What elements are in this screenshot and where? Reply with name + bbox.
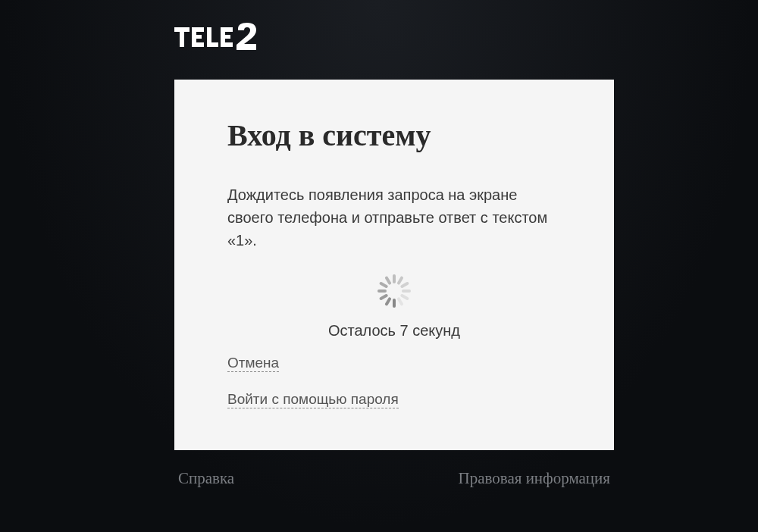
cancel-link[interactable]: Отмена: [227, 355, 279, 372]
svg-rect-0: [174, 27, 190, 32]
password-login-link[interactable]: Войти с помощью пароля: [227, 391, 399, 408]
svg-rect-10: [221, 35, 230, 39]
legal-link[interactable]: Правовая информация: [459, 469, 611, 488]
svg-rect-9: [221, 27, 233, 32]
svg-rect-5: [192, 42, 204, 47]
svg-rect-7: [207, 42, 218, 47]
loading-spinner-wrap: [227, 274, 561, 311]
help-link[interactable]: Справка: [178, 469, 234, 488]
instruction-text: Дождитесь появления запроса на экране св…: [227, 183, 561, 252]
brand-logo: [174, 23, 629, 53]
loading-spinner-icon: [377, 274, 411, 308]
countdown-text: Осталось 7 секунд: [227, 322, 561, 340]
footer: Справка Правовая информация: [174, 469, 614, 488]
svg-rect-1: [180, 32, 184, 47]
card-title: Вход в систему: [227, 117, 561, 153]
login-card: Вход в систему Дождитесь появления запро…: [174, 80, 614, 450]
svg-rect-4: [192, 35, 202, 39]
svg-rect-3: [192, 27, 204, 32]
svg-rect-11: [221, 42, 233, 47]
